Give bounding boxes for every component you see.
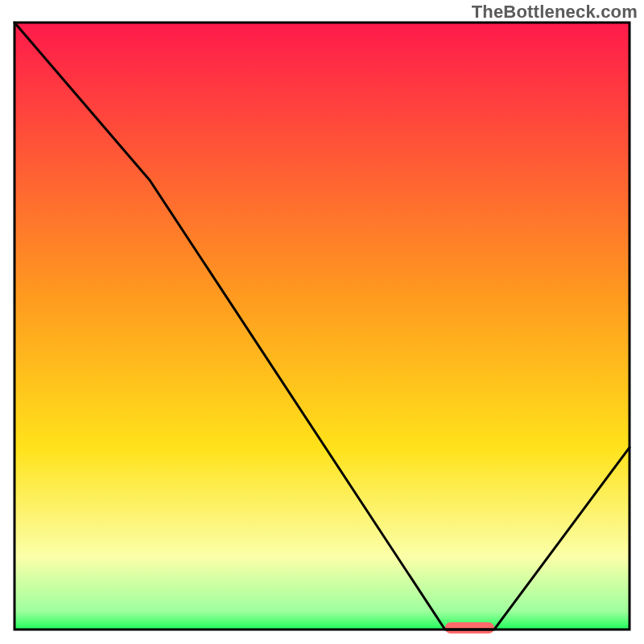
chart-stage: TheBottleneck.com bbox=[0, 0, 644, 644]
bottleneck-chart bbox=[0, 0, 644, 644]
optimal-marker bbox=[445, 622, 494, 634]
gradient-background bbox=[14, 23, 630, 630]
